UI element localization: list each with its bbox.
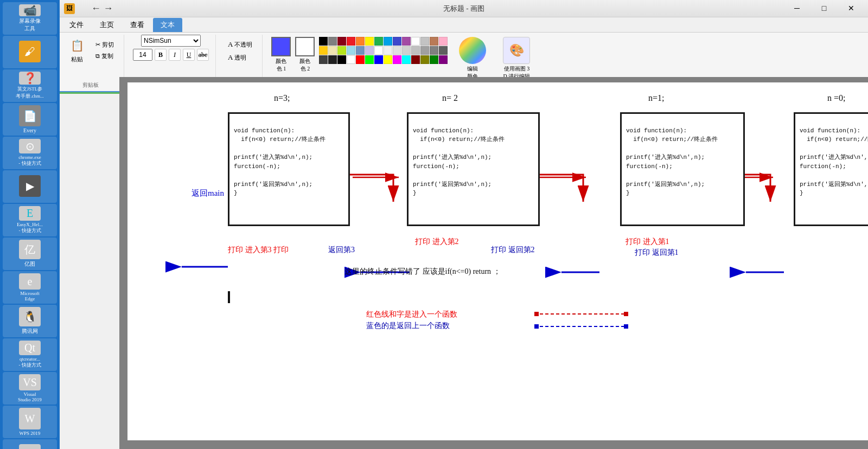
font-size-input[interactable] — [133, 49, 152, 61]
close-button[interactable]: ✕ — [839, 1, 864, 16]
color-verydark[interactable] — [319, 55, 328, 64]
color-red[interactable] — [347, 37, 355, 46]
color-lime[interactable] — [337, 46, 346, 55]
use-3d-button[interactable]: 🎨 — [503, 37, 530, 64]
taskbar-recorder[interactable]: 📹 屏幕录像工具 — [3, 2, 57, 35]
color-lavender[interactable] — [365, 46, 374, 55]
color-medgray[interactable] — [420, 46, 429, 55]
paint-icon: 🖌 — [19, 41, 41, 62]
vs-icon: VS — [19, 374, 41, 390]
color-blue[interactable] — [393, 37, 401, 46]
color-pink[interactable] — [439, 37, 448, 46]
menu-file[interactable]: 文件 — [62, 18, 91, 32]
color-silvergray[interactable] — [402, 46, 411, 55]
taskbar-wps[interactable]: W WPS 2019 — [3, 406, 57, 438]
canvas-area[interactable]: n=3; n= 2 n=1; n =0; void function(n): i… — [119, 77, 868, 449]
menu-text[interactable]: 文本 — [153, 18, 182, 32]
store-icon: 🏪 — [19, 444, 41, 449]
paste-button[interactable]: 📋 粘贴 — [64, 35, 90, 66]
color-orange[interactable] — [356, 37, 365, 46]
transparent-button[interactable]: A 透明 — [225, 52, 256, 63]
scissors-icon: ✂ — [95, 41, 100, 48]
bold-button[interactable]: B — [155, 49, 167, 61]
maximize-button[interactable]: □ — [812, 1, 837, 16]
color-brightgreen[interactable] — [365, 55, 374, 64]
color-maroon[interactable] — [411, 55, 420, 64]
underline-button[interactable]: U — [183, 49, 195, 61]
color-skyblue[interactable] — [347, 46, 355, 55]
color-steelblue[interactable] — [356, 46, 365, 55]
color-white2[interactable] — [374, 46, 383, 55]
ribbon-clipboard-group: 📋 粘贴 ✂ 剪切 ⧉ 复制 剪贴板 — [64, 35, 124, 89]
color-darkgray[interactable] — [439, 46, 448, 55]
color-gold[interactable] — [319, 46, 328, 55]
svg-rect-5 — [534, 312, 539, 316]
color-lightgray[interactable] — [420, 37, 429, 46]
taskbar-store[interactable]: 🏪 — [3, 439, 57, 449]
taskbar-qt[interactable]: Qt qtcreator...- 快捷方式 — [3, 338, 57, 371]
menu-home[interactable]: 主页 — [92, 18, 122, 32]
color-brightred[interactable] — [356, 55, 365, 64]
color-darkgreen[interactable] — [430, 55, 438, 64]
run-icon: ▶ — [19, 175, 41, 197]
color-gray[interactable] — [328, 37, 337, 46]
taskbar-paint[interactable]: 🖌 — [3, 36, 57, 68]
color1-swatch[interactable] — [271, 37, 291, 56]
color-olive[interactable] — [420, 55, 429, 64]
jstl-label: 英文JSTL参考手册.chm... — [16, 86, 44, 100]
taskbar-easyx[interactable]: E EasyX_Hel...- 快捷方式 — [3, 204, 57, 236]
taskbar-jstl[interactable]: ❓ 英文JSTL参考手册.chm... — [3, 69, 57, 102]
color-magenta[interactable] — [393, 55, 401, 64]
color-purple[interactable] — [402, 37, 411, 46]
color-silver[interactable] — [411, 46, 420, 55]
color-offwhite[interactable] — [384, 46, 392, 55]
color-brightblue[interactable] — [374, 55, 383, 64]
color-aqua[interactable] — [402, 55, 411, 64]
color-yellow[interactable] — [365, 37, 374, 46]
copy-icon: ⧉ — [95, 53, 100, 60]
color-darkred[interactable] — [337, 37, 346, 46]
tab-quick-access[interactable]: ← → — [82, 1, 122, 16]
color-brown[interactable] — [430, 37, 438, 46]
taskbar-vs[interactable]: VS VisualStudio 2019 — [3, 372, 57, 405]
label-print-enter2: 打印 进入第2 — [415, 237, 459, 247]
label-n0: n =0; — [827, 93, 845, 103]
color-darkpurple[interactable] — [439, 55, 448, 64]
svg-rect-8 — [534, 324, 539, 329]
font-name-select[interactable]: NSimSun — [141, 35, 201, 47]
strikethrough-button[interactable]: abc — [197, 49, 209, 61]
cut-button[interactable]: ✂ 剪切 — [92, 40, 117, 50]
color-green[interactable] — [374, 37, 383, 46]
color-lightgray2[interactable] — [393, 46, 401, 55]
app-icon: 🖼 — [64, 3, 75, 14]
copy-button[interactable]: ⧉ 复制 — [92, 51, 117, 61]
taskbar-qq[interactable]: 🐧 腾讯网 — [3, 305, 57, 337]
color-white3[interactable] — [347, 55, 355, 64]
label-return1: 打印 返回第1 — [635, 248, 679, 258]
color-dimgray[interactable] — [430, 46, 438, 55]
title-tabs: ← → — [82, 1, 122, 16]
color-nearblack[interactable] — [328, 55, 337, 64]
color-brightyellow[interactable] — [384, 55, 392, 64]
opacity-button[interactable]: A 不透明 — [225, 39, 256, 50]
color-cream[interactable] — [328, 46, 337, 55]
taskbar-edge[interactable]: e MicrosoftEdge — [3, 271, 57, 304]
color-cyan[interactable] — [384, 37, 392, 46]
color-white[interactable] — [411, 37, 420, 46]
label-return2: 打印 返回第2 — [491, 245, 535, 255]
taskbar-chrome[interactable]: ⊙ chrome.exe- 快捷方式 — [3, 137, 57, 169]
minimize-button[interactable]: ─ — [784, 1, 809, 16]
taskbar-yi[interactable]: 亿 亿图 — [3, 238, 57, 270]
copy-label: 复制 — [101, 52, 113, 60]
font-row2: B I U abc — [133, 49, 209, 61]
taskbar-run[interactable]: ▶ — [3, 170, 57, 203]
color-black2[interactable] — [337, 55, 346, 64]
italic-button[interactable]: I — [169, 49, 181, 61]
color2-swatch[interactable] — [295, 37, 315, 56]
window-title: 无标题 - 画图 — [443, 4, 484, 14]
opacity-label: 不透明 — [234, 41, 252, 49]
color-black[interactable] — [319, 37, 328, 46]
edit-color-button[interactable] — [459, 37, 486, 64]
taskbar-every[interactable]: 📄 Every — [3, 103, 57, 136]
menu-view[interactable]: 查看 — [123, 18, 152, 32]
